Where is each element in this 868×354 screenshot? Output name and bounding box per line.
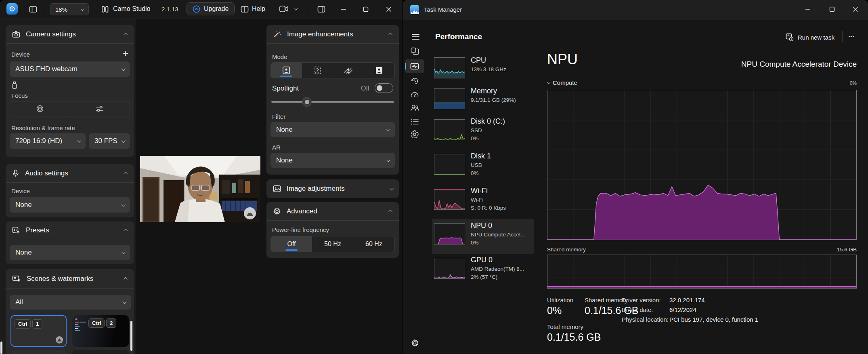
memory-minigraph[interactable] [434,88,465,109]
scene-thumbnail-1[interactable]: Ctrl 1 [10,315,67,347]
section-title: Audio settings [25,169,68,177]
collapse-chevron-icon[interactable] [124,33,128,37]
scenes-scrollbar[interactable] [130,321,132,351]
mode-blur-button[interactable] [333,63,364,78]
collapse-chevron-icon[interactable] [388,210,392,214]
camo-left-scrollbar[interactable] [0,341,2,354]
run-new-task-button[interactable]: Run new task [786,33,834,41]
mode-cutout-button[interactable] [364,63,395,78]
npu-device-name: NPU Compute Accelerator Device [547,60,857,69]
perf-item-memory[interactable]: Memory [471,87,497,95]
camo-close-button[interactable] [383,3,395,15]
disk1-usage: 0% [471,170,479,176]
zoom-level-dropdown[interactable]: 18% [50,3,89,15]
wifi-minigraph[interactable] [434,189,465,210]
camo-maximize-button[interactable] [360,3,372,15]
driver-date-label: Driver date: [622,306,653,313]
more-options-button[interactable]: ••• [849,34,855,39]
settings-gear-icon[interactable] [405,337,424,349]
resolution-dropdown[interactable]: 720p 16:9 (HD) [10,133,86,149]
add-device-button[interactable]: + [123,48,128,59]
image-adjustments-header[interactable]: Image adjustments [266,179,399,198]
portrait-mode-icon [282,66,291,74]
ar-dropdown[interactable]: None [270,153,395,168]
presets-value: None [15,249,32,257]
shared-memory-chart[interactable] [547,255,857,289]
driver-version-value: 32.0.201.174 [669,297,705,303]
collapse-chevron-icon[interactable] [124,277,128,281]
sidebar-item-services[interactable] [405,128,424,140]
disk0-minigraph[interactable] [434,119,465,140]
powerline-50hz-button[interactable]: 50 Hz [312,236,353,252]
camera-icon [12,30,20,38]
perf-item-disk1[interactable]: Disk 1 [471,152,491,160]
camo-app-icon [6,3,18,15]
mode-segmentation-button[interactable] [302,63,333,78]
camera-device-dropdown[interactable]: ASUS FHD webcam [10,61,130,77]
image-enhancements-card: Image enhancements Mode [266,25,399,175]
spotlight-slider-knob[interactable] [302,97,312,107]
hamburger-menu-icon[interactable] [412,32,419,41]
perf-item-cpu[interactable]: CPU [471,56,486,65]
camera-select-icon[interactable] [279,5,289,13]
panel-toggle-icon[interactable] [317,5,325,13]
perf-item-gpu[interactable]: GPU 0 [471,256,493,264]
image-enhancements-header[interactable]: Image enhancements [266,25,399,44]
sidebar-item-users[interactable] [405,102,424,114]
scene-thumbnail-4-partial[interactable] [72,350,129,354]
mode-portrait-button[interactable] [271,63,302,78]
spotlight-slider-track[interactable] [271,101,394,103]
framerate-dropdown[interactable]: 30 FPS [89,133,130,149]
camo-minimize-button[interactable] [338,3,350,15]
tm-minimize-button[interactable] [802,3,814,15]
presets-header[interactable]: Presets [6,221,134,239]
collapse-chevron-icon[interactable] [124,229,128,233]
audio-device-value: None [15,201,32,209]
upgrade-label: Upgrade [204,5,229,13]
expand-chevron-icon[interactable] [390,186,394,190]
tm-maximize-button[interactable] [826,3,838,15]
scene-thumbnail-3-partial[interactable] [10,350,67,354]
zoom-level-value: 18% [55,6,67,13]
framerate-value: 30 FPS [94,137,117,145]
disk1-minigraph[interactable] [434,154,465,175]
powerline-off-button[interactable]: Off [271,236,312,252]
cpu-minigraph[interactable] [434,57,465,78]
scene-thumbnail-2[interactable]: Ctrl 2 [72,315,129,347]
audio-device-dropdown[interactable]: None [10,197,130,213]
upgrade-button[interactable]: Upgrade [187,2,235,15]
advanced-header[interactable]: Advanced [266,202,399,221]
presets-dropdown[interactable]: None [10,245,130,260]
npu-minigraph[interactable] [434,223,465,244]
collapse-chevron-icon[interactable] [124,172,128,176]
microphone-icon [12,169,19,177]
sidebar-item-details[interactable] [405,116,424,128]
spotlight-toggle[interactable] [375,83,393,93]
camera-settings-header[interactable]: Camera settings [6,25,134,44]
scenes-filter-dropdown[interactable]: All [10,295,131,310]
powerline-60hz-button[interactable]: 60 Hz [353,236,394,252]
camera-select-chevron-icon[interactable] [294,6,298,11]
help-button[interactable]: Help [252,5,265,13]
autofocus-button[interactable] [10,101,70,116]
shared-memory-scale: 15.6 GB [547,247,857,253]
perf-item-wifi[interactable]: Wi-Fi [471,187,488,195]
perf-item-disk0[interactable]: Disk 0 (C:) [471,117,505,126]
manual-focus-button[interactable] [70,101,130,116]
scenes-header[interactable]: Scenes & watermarks [6,269,134,289]
tm-close-button[interactable] [849,3,862,15]
sidebar-toggle-icon[interactable] [29,5,37,13]
audio-settings-header[interactable]: Audio settings [6,164,134,183]
collapse-chevron-icon[interactable] [388,33,392,37]
filter-dropdown[interactable]: None [270,122,395,137]
sidebar-item-app-history[interactable] [405,75,424,87]
camera-settings-card: Camera settings Device + ASUS FHD webcam… [6,25,134,157]
sidebar-item-performance[interactable] [405,60,424,72]
disk1-type: USB [471,162,482,168]
perf-item-npu[interactable]: NPU 0 [471,221,492,230]
gpu-minigraph[interactable] [434,258,465,279]
powerline-60hz-label: 60 Hz [365,240,382,248]
sidebar-item-startup-apps[interactable] [405,88,424,101]
sidebar-item-processes[interactable] [405,45,424,57]
npu-compute-chart[interactable] [547,90,857,240]
